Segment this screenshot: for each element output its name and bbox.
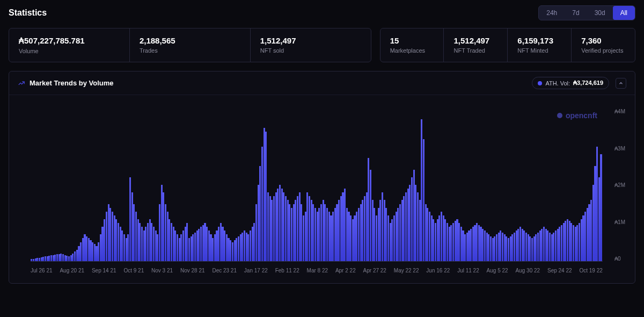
bar[interactable] [484, 230, 486, 261]
bar[interactable] [216, 230, 217, 261]
bar[interactable] [443, 215, 444, 261]
bar[interactable] [186, 223, 188, 261]
bar[interactable] [368, 158, 369, 261]
bar[interactable] [253, 223, 255, 261]
bar[interactable] [323, 200, 324, 261]
bar[interactable] [584, 212, 586, 261]
bar[interactable] [62, 254, 64, 261]
range-tab-all[interactable]: All [613, 6, 635, 20]
bar[interactable] [478, 225, 480, 261]
bar[interactable] [486, 233, 488, 261]
bar[interactable] [36, 258, 38, 261]
bar[interactable] [100, 234, 101, 261]
bar[interactable] [84, 234, 85, 261]
bar[interactable] [161, 185, 163, 261]
bar[interactable] [188, 238, 190, 261]
bar[interactable] [405, 192, 407, 261]
bar[interactable] [35, 258, 36, 261]
bar[interactable] [198, 229, 200, 261]
bar[interactable] [174, 230, 176, 261]
bar[interactable] [305, 212, 306, 261]
bar[interactable] [464, 234, 466, 261]
bar[interactable] [222, 227, 223, 261]
bar[interactable] [397, 208, 399, 261]
bar[interactable] [180, 234, 182, 261]
bar[interactable] [494, 236, 495, 261]
bar[interactable] [167, 212, 169, 261]
bar[interactable] [247, 234, 249, 261]
bar[interactable] [56, 254, 58, 261]
bar[interactable] [250, 230, 251, 261]
bar[interactable] [557, 229, 559, 261]
bars-container[interactable] [31, 109, 603, 262]
bar[interactable] [285, 196, 287, 261]
bar[interactable] [516, 230, 517, 261]
bar[interactable] [444, 219, 446, 261]
bar[interactable] [196, 230, 198, 261]
bar[interactable] [537, 233, 539, 261]
bar[interactable] [115, 219, 117, 261]
bar[interactable] [468, 230, 470, 261]
bar[interactable] [431, 215, 433, 261]
bar[interactable] [403, 196, 405, 261]
bar[interactable] [429, 212, 430, 261]
bar[interactable] [108, 204, 109, 262]
bar[interactable] [317, 212, 318, 261]
bar[interactable] [230, 240, 231, 261]
bar[interactable] [421, 119, 422, 261]
bar[interactable] [529, 236, 531, 261]
bar[interactable] [450, 225, 452, 261]
bar[interactable] [438, 215, 440, 261]
bar[interactable] [573, 225, 574, 261]
bar[interactable] [372, 200, 374, 261]
bar[interactable] [151, 223, 152, 261]
bar[interactable] [72, 254, 74, 261]
bar[interactable] [555, 230, 557, 261]
bar[interactable] [104, 219, 105, 261]
bar[interactable] [314, 208, 316, 261]
bar[interactable] [240, 234, 241, 261]
bar[interactable] [496, 234, 497, 261]
bar[interactable] [255, 204, 257, 262]
bar[interactable] [41, 257, 42, 261]
bar[interactable] [220, 223, 222, 261]
bar[interactable] [92, 242, 93, 262]
bar[interactable] [171, 223, 172, 261]
bar[interactable] [143, 230, 145, 261]
bar[interactable] [533, 236, 535, 261]
bar[interactable] [549, 233, 551, 261]
bar[interactable] [480, 227, 481, 261]
bar[interactable] [273, 196, 275, 261]
bar[interactable] [328, 212, 330, 261]
bar[interactable] [264, 128, 265, 262]
bar[interactable] [407, 189, 409, 261]
bar[interactable] [135, 212, 137, 261]
bar[interactable] [45, 256, 46, 261]
bar[interactable] [366, 192, 368, 261]
bar[interactable] [449, 227, 450, 261]
bar[interactable] [427, 208, 428, 261]
bar[interactable] [344, 189, 346, 261]
bar[interactable] [173, 227, 174, 261]
bar[interactable] [545, 229, 547, 261]
bar[interactable] [358, 208, 360, 261]
bar[interactable] [332, 212, 334, 261]
bar[interactable] [474, 225, 475, 261]
bar[interactable] [413, 170, 415, 261]
bar[interactable] [133, 204, 135, 262]
bar[interactable] [246, 233, 247, 261]
bar[interactable] [234, 240, 236, 261]
bar[interactable] [511, 234, 513, 261]
bar[interactable] [224, 230, 225, 261]
bar[interactable] [149, 219, 151, 261]
bar[interactable] [340, 196, 342, 261]
bar[interactable] [60, 254, 62, 261]
bar[interactable] [342, 192, 343, 261]
bar[interactable] [261, 147, 263, 261]
bar[interactable] [185, 227, 186, 261]
bar[interactable] [82, 238, 84, 261]
bar[interactable] [78, 246, 79, 261]
bar[interactable] [504, 234, 506, 261]
bar[interactable] [31, 259, 32, 261]
bar[interactable] [53, 255, 54, 261]
